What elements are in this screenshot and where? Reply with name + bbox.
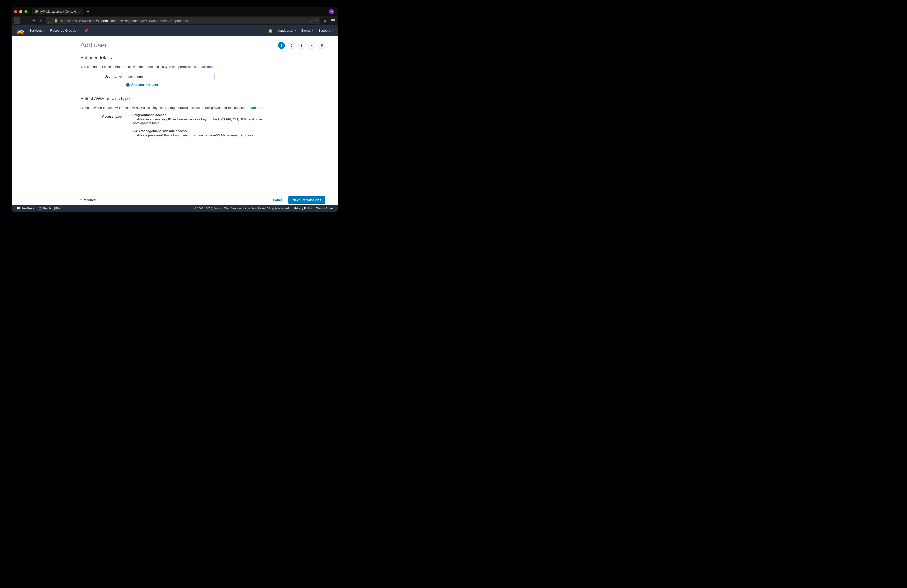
home-button[interactable]: ⌂ <box>38 18 45 24</box>
step-3: 3 <box>298 42 305 49</box>
chevron-down-icon: ▾ <box>295 29 296 32</box>
account-label: sendportal <box>277 29 293 32</box>
page-content: 1 2 3 4 5 Add user Set user details You … <box>12 36 338 197</box>
section-access-type-desc: Select how these users will access AWS. … <box>80 106 268 109</box>
reload-button[interactable]: ⟳ <box>30 18 37 24</box>
notifications-icon[interactable]: 🔔 <box>268 29 272 33</box>
window-controls <box>14 10 27 13</box>
private-mode-icon: ∞ <box>329 9 334 14</box>
chevron-down-icon: ▾ <box>77 29 79 32</box>
option-description: Enables a password that allows users to … <box>132 133 254 137</box>
account-menu[interactable]: sendportal ▾ <box>277 29 296 32</box>
forward-button: → <box>22 18 28 24</box>
page-title: Add user <box>80 41 268 49</box>
terms-of-use-link[interactable]: Terms of Use <box>316 207 333 210</box>
section-user-details-desc: You can add multiple users at once with … <box>80 65 268 69</box>
close-tab-icon[interactable]: × <box>78 10 80 14</box>
url-text: https://console.aws.amazon.com/iam/home?… <box>60 19 302 23</box>
browser-window: 🔑 IAM Management Console × + ∞ ← → ⟳ ⌂ i… <box>12 7 338 212</box>
aws-footer: 💬 Feedback 🌐 English (US) © 2008 - 2020,… <box>12 205 338 212</box>
access-option-console[interactable]: AWS Management Console access Enables a … <box>126 129 268 137</box>
access-option-programmatic[interactable]: Programmatic access Enables an access ke… <box>126 113 268 125</box>
access-type-label: Access type* <box>80 113 126 119</box>
checkbox-console[interactable] <box>126 130 130 133</box>
bookmark-icon[interactable]: ☆ <box>315 19 318 23</box>
speech-bubble-icon: 💬 <box>17 207 20 210</box>
tab-title: IAM Management Console <box>40 10 76 13</box>
step-2: 2 <box>288 42 295 49</box>
add-another-user-label: Add another user <box>131 83 159 87</box>
step-4: 4 <box>308 42 315 49</box>
services-label: Services <box>29 29 42 32</box>
reader-view-icon[interactable]: ⛉ <box>309 19 313 23</box>
user-name-input[interactable] <box>126 73 215 80</box>
copyright-text: © 2008 - 2020, Amazon Web Services, Inc.… <box>194 207 290 210</box>
menu-button[interactable] <box>330 19 336 22</box>
close-window-icon[interactable] <box>14 10 17 13</box>
aws-header: aws Services ▾ Resource Groups ▾ 📌 🔔 sen… <box>12 25 338 36</box>
support-label: Support <box>318 29 330 32</box>
action-bar: * Required Cancel Next: Permissions <box>12 195 338 205</box>
region-label: Global <box>301 29 311 32</box>
resource-groups-label: Resource Groups <box>50 29 76 32</box>
option-title: AWS Management Console access <box>132 129 254 133</box>
page-actions-icon[interactable]: ⋯ <box>304 19 307 23</box>
chevron-down-icon: ▾ <box>331 29 333 32</box>
globe-icon: 🌐 <box>38 207 42 210</box>
cancel-button[interactable]: Cancel <box>273 198 284 202</box>
feedback-link[interactable]: 💬 Feedback <box>17 207 34 210</box>
region-menu[interactable]: Global ▾ <box>301 29 313 32</box>
resource-groups-menu[interactable]: Resource Groups ▾ <box>50 29 79 32</box>
aws-logo[interactable]: aws <box>17 28 24 33</box>
chevron-down-icon: ▾ <box>312 29 313 32</box>
section-user-details-title: Set user details <box>80 55 268 61</box>
pin-icon[interactable]: 📌 <box>84 29 88 32</box>
back-button[interactable]: ← <box>14 18 20 24</box>
option-title: Programmatic access <box>132 113 268 117</box>
step-1[interactable]: 1 <box>278 42 285 49</box>
tab-strip: 🔑 IAM Management Console × + ∞ <box>12 7 338 16</box>
checkbox-programmatic[interactable] <box>126 114 130 117</box>
plus-circle-icon: + <box>126 83 130 87</box>
language-selector[interactable]: 🌐 English (US) <box>38 207 60 210</box>
address-bar[interactable]: i 🔒 https://console.aws.amazon.com/iam/h… <box>46 17 320 24</box>
user-name-label: User name* <box>80 73 126 79</box>
lock-icon: 🔒 <box>54 19 58 22</box>
privacy-policy-link[interactable]: Privacy Policy <box>294 207 311 210</box>
option-description: Enables an access key ID and secret acce… <box>132 117 268 125</box>
browser-tab[interactable]: 🔑 IAM Management Console × <box>32 8 83 15</box>
learn-more-link[interactable]: Learn more <box>247 106 264 109</box>
new-tab-button[interactable]: + <box>85 9 91 14</box>
next-permissions-button[interactable]: Next: Permissions <box>288 196 325 203</box>
support-menu[interactable]: Support ▾ <box>318 29 333 32</box>
services-menu[interactable]: Services ▾ <box>29 29 45 32</box>
divider <box>80 103 268 103</box>
section-access-type-title: Select AWS access type <box>80 96 268 101</box>
aws-smile-icon <box>17 33 24 34</box>
step-5: 5 <box>318 42 325 49</box>
chevron-down-icon: ▾ <box>43 29 45 32</box>
overflow-icon[interactable]: » <box>322 18 329 24</box>
maximize-window-icon[interactable] <box>24 10 27 13</box>
minimize-window-icon[interactable] <box>19 10 22 13</box>
tracking-shield-icon[interactable]: i <box>48 19 52 23</box>
learn-more-link[interactable]: Learn more <box>198 65 214 69</box>
required-note: * Required <box>80 199 96 202</box>
wizard-steps: 1 2 3 4 5 <box>278 42 325 49</box>
tab-favicon-icon: 🔑 <box>35 10 38 13</box>
toolbar: ← → ⟳ ⌂ i 🔒 https://console.aws.amazon.c… <box>12 16 338 25</box>
add-another-user-button[interactable]: + Add another user <box>126 83 215 87</box>
